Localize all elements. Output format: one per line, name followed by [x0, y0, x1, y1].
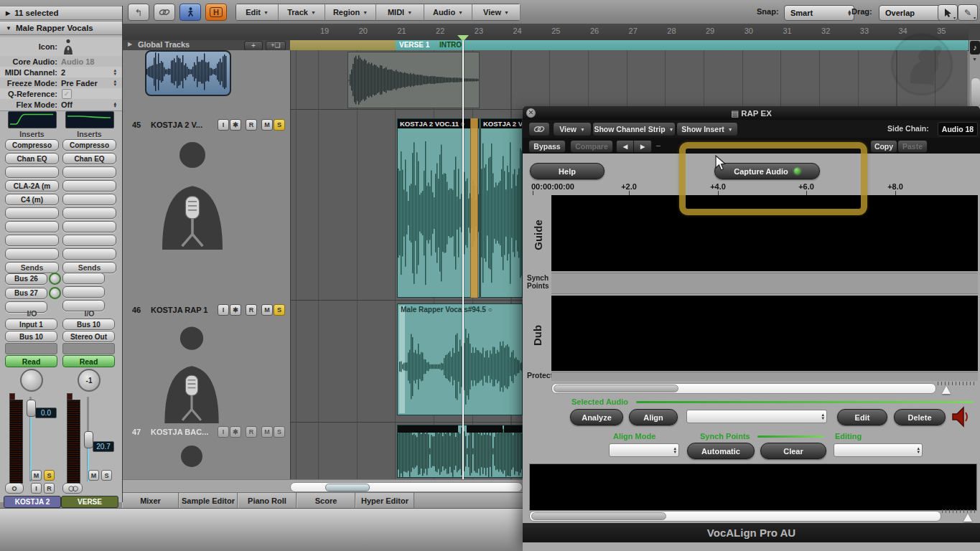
track-header-47[interactable]: 47 KOSTJA BAC... I ✱ R M S [122, 422, 290, 479]
disclosure-triangle-icon[interactable]: ▼ [6, 25, 11, 32]
delete-button[interactable]: Delete [894, 409, 946, 425]
audio-region-kostja-bac[interactable] [397, 425, 523, 478]
tab-mixer[interactable]: Mixer [122, 493, 179, 509]
channel-name-badge[interactable]: VERSE [61, 496, 118, 508]
scrollbar-thumb[interactable] [325, 484, 370, 491]
audio-region-male-rapper[interactable]: Male Rapper Vocals#94.5 ○ [397, 303, 523, 415]
output-waveform-area[interactable] [529, 463, 977, 511]
insert-slot[interactable] [5, 166, 59, 178]
insert-slot[interactable]: Compresso [5, 139, 59, 151]
catch-playhead-button[interactable] [179, 4, 201, 21]
playhead-line[interactable] [462, 40, 464, 479]
back-button[interactable]: ↰ [128, 4, 149, 21]
disclosure-triangle-icon[interactable]: ▶ [6, 10, 10, 17]
protect-strip[interactable] [551, 372, 978, 381]
pointer-tool-button[interactable]: ▾ [938, 4, 958, 21]
solo-button[interactable]: S [101, 470, 112, 481]
insert-slot[interactable] [5, 248, 59, 260]
marker-region-verse[interactable]: VERSE 1 INTRO [396, 40, 969, 51]
record-enable-button[interactable]: R [246, 426, 257, 438]
plugin-scrollbar-bottom[interactable] [529, 511, 941, 522]
snap-select[interactable]: Smart ▴▾ [784, 5, 854, 21]
bar-ruler[interactable]: 1920212223242526272829303132333435 [122, 24, 969, 41]
clear-button[interactable]: Clear [760, 443, 826, 459]
show-channel-strip-dropdown[interactable]: Show Channel Strip▼ [592, 122, 676, 136]
tab-sample-editor[interactable]: Sample Editor [179, 493, 238, 509]
stepper-icon[interactable]: ▴▾ [113, 80, 116, 86]
add-global-track-button[interactable]: + [244, 41, 263, 51]
send-slot[interactable] [62, 273, 105, 284]
menu-midi[interactable]: MIDI▼ [376, 4, 424, 21]
solo-button[interactable]: S [274, 304, 285, 316]
send-slot[interactable]: Bus 27 [5, 288, 47, 299]
insert-slot[interactable] [5, 221, 59, 232]
hyperdraw-button[interactable]: H [205, 4, 227, 21]
bypass-button[interactable]: Bypass [528, 140, 566, 153]
record-enable-button[interactable]: R [246, 119, 257, 131]
zoom-slider-handle[interactable] [963, 514, 972, 522]
midi-channel-value[interactable]: 2 [61, 68, 65, 77]
input-slot[interactable]: Input 1 [5, 319, 57, 330]
marker-region-olive[interactable] [290, 40, 396, 51]
selected-audio-dropdown[interactable]: ▴▾ [686, 410, 827, 423]
send-knob[interactable] [49, 273, 61, 285]
scroll-arrow-icon[interactable]: ▼ [972, 57, 977, 62]
zoom-slider-handle[interactable] [942, 386, 951, 394]
solo-button[interactable]: S [44, 470, 55, 481]
insert-slot[interactable] [62, 207, 116, 219]
freeze-mode-value[interactable]: Pre Fader [61, 79, 98, 88]
record-enable-button[interactable]: R [246, 304, 257, 316]
horizontal-scrollbar[interactable] [290, 482, 523, 492]
analyze-button[interactable]: Analyze [570, 409, 623, 425]
preset-name[interactable]: – [656, 141, 661, 149]
audio-region-crash[interactable] [347, 52, 480, 108]
insert-slot[interactable] [5, 207, 59, 219]
insert-slot[interactable] [62, 235, 116, 246]
plugin-scrollbar-top[interactable] [551, 383, 936, 394]
freeze-mode-row[interactable]: Freeze Mode: Pre Fader ▴▾ [0, 77, 122, 88]
editing-dropdown[interactable]: ▴▾ [834, 443, 923, 457]
menu-view[interactable]: View▼ [472, 4, 521, 21]
help-button[interactable]: Help [530, 163, 605, 179]
input-monitor-button[interactable]: I [218, 426, 229, 438]
pan-knob[interactable]: -1 [78, 369, 101, 392]
fader-value[interactable]: 0.0 [35, 408, 57, 418]
insert-slot[interactable] [62, 166, 116, 178]
group-slot[interactable] [62, 343, 115, 354]
track-icon-small[interactable] [62, 39, 75, 55]
stereo-format-button[interactable]: ◯◯ [62, 483, 83, 494]
freeze-button[interactable]: ✱ [230, 304, 241, 316]
audio-file-track-icon[interactable] [145, 50, 231, 96]
mute-button[interactable]: M [261, 426, 273, 438]
mute-button[interactable]: M [261, 119, 273, 131]
output-slot[interactable]: Stereo Out [62, 331, 115, 342]
flex-mode-row[interactable]: Flex Mode: Off ▴▾ [0, 99, 122, 111]
synch-points-strip[interactable] [551, 273, 978, 294]
compare-button[interactable]: Compare [570, 140, 613, 153]
menu-region[interactable]: Region▼ [325, 4, 376, 21]
insert-slot[interactable] [62, 248, 116, 260]
automation-mode-button[interactable]: Read [62, 355, 115, 367]
freeze-button[interactable]: ✱ [230, 426, 241, 438]
output-slot[interactable]: Bus 10 [5, 331, 57, 342]
input-monitor-button[interactable]: I [218, 304, 229, 316]
audio-region-kostja2-voc11[interactable]: KOSTJA 2 VOC.11 ○ [397, 118, 480, 298]
mute-button[interactable]: M [261, 304, 273, 316]
send-slot[interactable]: Bus 26 [5, 273, 47, 285]
note-tool-button[interactable]: ♪ [970, 41, 980, 55]
add-track-button[interactable]: +❏ [266, 41, 286, 51]
solo-button[interactable]: S [274, 426, 285, 438]
audition-speaker-icon[interactable] [951, 406, 971, 428]
insert-slot[interactable] [62, 194, 116, 205]
side-chain-select[interactable]: Audio 18 [938, 122, 978, 136]
automation-mode-button[interactable]: Read [5, 355, 57, 367]
stepper-icon[interactable]: ▴▾ [113, 69, 116, 75]
channel-name-badge[interactable]: KOSTJA 2 [4, 496, 61, 508]
menu-audio[interactable]: Audio▼ [424, 4, 472, 21]
next-preset-button[interactable]: ▶ [633, 140, 652, 153]
automatic-button[interactable]: Automatic [687, 443, 755, 459]
copy-button[interactable]: Copy [870, 140, 897, 153]
align-button[interactable]: Align [629, 409, 678, 425]
flex-mode-value[interactable]: Off [61, 100, 73, 109]
input-slot[interactable]: Bus 10 [62, 319, 115, 330]
